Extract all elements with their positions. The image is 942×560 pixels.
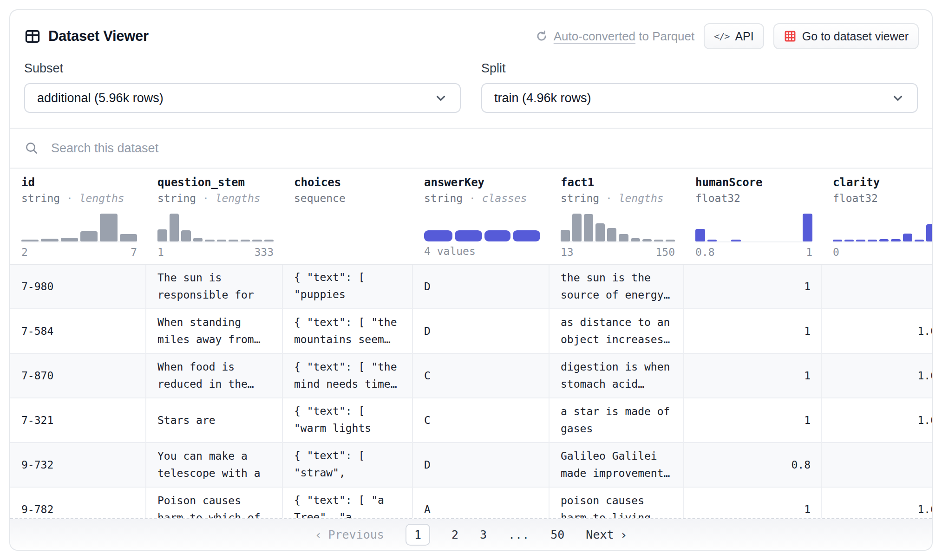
column-type: sequence xyxy=(294,192,404,204)
split-select[interactable]: train (4.96k rows) xyxy=(481,83,918,113)
class-distribution-bar[interactable] xyxy=(424,213,540,241)
subset-split-controls: Subset additional (5.96k rows) Split tra… xyxy=(10,51,932,128)
histogram-bar xyxy=(595,223,605,241)
histogram-bar xyxy=(879,239,889,241)
histogram-range: 0.81 xyxy=(695,246,812,258)
column-header-humanScore[interactable]: humanScorefloat320.81 xyxy=(684,169,822,264)
table-row: 7-321Stars are{ "text": [ "warm lights t… xyxy=(10,397,932,442)
histogram[interactable] xyxy=(21,213,137,242)
cell-fact1[interactable]: the sun is the source of energy… xyxy=(550,265,684,308)
column-header-question_stem[interactable]: question_stemstring · lengths1333 xyxy=(146,169,283,264)
cell-fact1[interactable]: a star is made of gases xyxy=(550,398,684,442)
cell-clarity[interactable]: 1.0 xyxy=(822,488,932,518)
cell-answerKey[interactable]: D xyxy=(413,443,550,487)
auto-converted-link[interactable]: Auto-converted to Parquet xyxy=(535,29,695,44)
cell-answerKey[interactable]: A xyxy=(413,488,550,518)
cell-question_stem[interactable]: When food is reduced in the… xyxy=(146,354,283,397)
cell-humanScore[interactable]: 1 xyxy=(684,354,822,397)
cell-id[interactable]: 7-870 xyxy=(10,354,146,397)
column-name: answerKey xyxy=(424,176,540,189)
cell-id[interactable]: 9-732 xyxy=(10,443,146,487)
cell-choices[interactable]: { "text": [ "the mountains seem… xyxy=(283,309,413,353)
page-button-3[interactable]: 3 xyxy=(480,528,487,541)
histogram[interactable] xyxy=(561,213,675,242)
histogram-range: 4 values xyxy=(424,245,540,257)
cell-id[interactable]: 7-980 xyxy=(10,265,146,308)
cell-clarity[interactable]: 1.0 xyxy=(822,398,932,442)
column-name: question_stem xyxy=(157,176,274,189)
cell-answerKey[interactable]: D xyxy=(413,309,550,353)
cell-humanScore[interactable]: 1 xyxy=(684,265,822,308)
previous-page-button[interactable]: ‹Previous xyxy=(316,527,384,542)
cell-fact1[interactable]: poison causes harm to living… xyxy=(550,488,684,518)
search-input[interactable] xyxy=(50,141,918,156)
histogram[interactable] xyxy=(833,213,932,242)
cell-question_stem[interactable]: You can make a telescope with a xyxy=(146,443,283,487)
cell-clarity[interactable] xyxy=(822,265,932,308)
cell-humanScore[interactable]: 1 xyxy=(684,398,822,442)
column-dtype: float32 xyxy=(833,192,878,204)
column-dtype: string xyxy=(424,192,463,204)
cell-answerKey[interactable]: C xyxy=(413,398,550,442)
column-header-clarity[interactable]: clarityfloat320 xyxy=(822,169,932,264)
api-button[interactable]: </> API xyxy=(704,23,764,49)
cell-id[interactable]: 9-782 xyxy=(10,488,146,518)
subset-label: Subset xyxy=(24,61,461,76)
column-stat: lengths xyxy=(216,192,261,204)
cell-choices[interactable]: { "text": [ "warm lights that… xyxy=(283,398,413,442)
cell-clarity[interactable]: 1.0 xyxy=(822,309,932,353)
cell-clarity[interactable]: 1.0 xyxy=(822,354,932,397)
table-row: 7-980The sun is responsible for{ "text":… xyxy=(10,265,932,308)
cell-fact1[interactable]: as distance to an object increases… xyxy=(550,309,684,353)
cell-clarity[interactable] xyxy=(822,443,932,487)
column-stat: classes xyxy=(482,192,527,204)
cell-fact1[interactable]: Galileo Galilei made improvement… xyxy=(550,443,684,487)
cell-choices[interactable]: { "text": [ "a Tree", "a robot"… xyxy=(283,488,413,518)
cell-humanScore[interactable]: 1 xyxy=(684,488,822,518)
page-button-1[interactable]: 1 xyxy=(406,524,430,546)
histogram-bar xyxy=(619,234,628,241)
histogram-bar xyxy=(833,240,842,241)
column-type: string · lengths xyxy=(157,192,274,204)
cell-question_stem[interactable]: When standing miles away from… xyxy=(146,309,283,353)
goto-dataset-viewer-button[interactable]: Go to dataset viewer xyxy=(773,23,919,49)
histogram-bar xyxy=(844,240,854,241)
chevron-left-icon: ‹ xyxy=(316,527,321,542)
histogram[interactable] xyxy=(695,213,812,242)
cell-question_stem[interactable]: Poison causes harm to which of… xyxy=(146,488,283,518)
table-body: 7-980The sun is responsible for{ "text":… xyxy=(10,265,932,518)
cell-choices[interactable]: { "text": [ "puppies learnin… xyxy=(283,265,413,308)
cell-id[interactable]: 7-584 xyxy=(10,309,146,353)
cell-question_stem[interactable]: The sun is responsible for xyxy=(146,265,283,308)
histogram-bar xyxy=(21,240,39,241)
cell-humanScore[interactable]: 1 xyxy=(684,309,822,353)
column-header-choices[interactable]: choicessequence xyxy=(283,169,413,264)
page-button-...[interactable]: ... xyxy=(508,528,529,541)
cell-answerKey[interactable]: D xyxy=(413,265,550,308)
cell-humanScore[interactable]: 0.8 xyxy=(684,443,822,487)
table-icon xyxy=(24,28,41,45)
column-header-id[interactable]: idstring · lengths27 xyxy=(10,169,146,264)
column-header-fact1[interactable]: fact1string · lengths13150 xyxy=(550,169,684,264)
cell-fact1[interactable]: digestion is when stomach acid… xyxy=(550,354,684,397)
cell-answerKey[interactable]: C xyxy=(413,354,550,397)
goto-button-label: Go to dataset viewer xyxy=(802,30,909,43)
column-type: string · lengths xyxy=(21,192,137,204)
page-button-50[interactable]: 50 xyxy=(550,528,564,541)
histogram-bar xyxy=(241,240,250,241)
cell-choices[interactable]: { "text": [ "straw", "Glass"… xyxy=(283,443,413,487)
column-name: clarity xyxy=(833,176,932,189)
next-page-button[interactable]: Next› xyxy=(586,527,626,542)
to-parquet-label: to Parquet xyxy=(639,29,694,43)
cell-question_stem[interactable]: Stars are xyxy=(146,398,283,442)
cell-id[interactable]: 7-321 xyxy=(10,398,146,442)
column-dtype: string xyxy=(157,192,196,204)
column-header-answerKey[interactable]: answerKeystring · classes4 values xyxy=(413,169,550,264)
histogram-bar xyxy=(695,229,705,241)
subset-select[interactable]: additional (5.96k rows) xyxy=(24,83,461,113)
histogram[interactable] xyxy=(157,213,274,242)
page-button-2[interactable]: 2 xyxy=(451,528,458,541)
table-row: 9-782Poison causes harm to which of…{ "t… xyxy=(10,487,932,518)
cell-choices[interactable]: { "text": [ "the mind needs time… xyxy=(283,354,413,397)
column-type: float32 xyxy=(695,192,812,204)
